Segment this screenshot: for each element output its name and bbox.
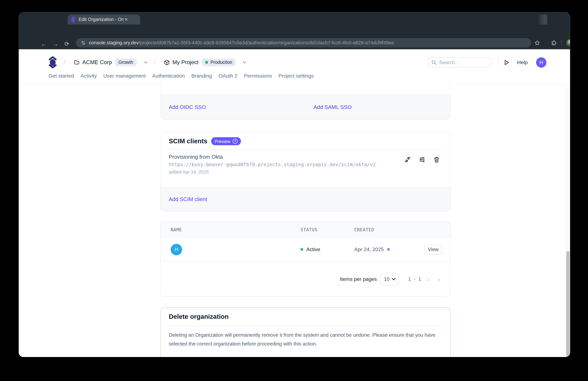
- scim-client-row: Provisioning from Okta https://busy-beav…: [161, 149, 450, 175]
- created-date: Apr 24, 2025: [354, 247, 384, 252]
- package-icon: [164, 60, 169, 65]
- project-name: My Project: [172, 59, 199, 65]
- delete-organization-description: Deleting an Organization will permanentl…: [161, 326, 450, 348]
- project-nav: Get started Activity User management Aut…: [48, 73, 314, 79]
- sso-card: Add OIDC SSO Add SAML SSO: [160, 81, 451, 120]
- workspace-switcher[interactable]: ACME Corp Growth: [74, 59, 148, 66]
- status-text: Active: [306, 247, 320, 252]
- scim-client-name: Provisioning from Okta: [169, 154, 442, 160]
- status-dot: [301, 248, 303, 251]
- chevron-down-icon: [243, 61, 247, 64]
- search-input[interactable]: [428, 57, 491, 67]
- app-header: / ACME Corp Growth /: [19, 49, 570, 85]
- column-status: STATUS: [301, 227, 354, 232]
- table-header: NAME STATUS CREATED: [161, 222, 450, 238]
- toolbar-divider: [561, 39, 562, 46]
- info-icon[interactable]: ?: [232, 139, 237, 144]
- chevron-down-icon: [392, 278, 396, 280]
- organization-table-card: NAME STATUS CREATED H Active Apr 24, 202…: [160, 221, 451, 297]
- workspace-name: ACME Corp: [83, 59, 112, 65]
- workspace-plan-badge: Growth: [115, 59, 136, 66]
- scim-client-added-date: added Apr 24, 2025: [169, 169, 442, 175]
- back-icon[interactable]: ←: [41, 40, 47, 47]
- chevron-down-icon: [144, 61, 148, 64]
- nav-project-settings[interactable]: Project settings: [278, 73, 314, 79]
- add-scim-client-link[interactable]: Add SCIM client: [169, 196, 207, 202]
- help-link[interactable]: Help: [517, 60, 528, 65]
- nav-oauth2[interactable]: OAuth 2: [218, 73, 237, 79]
- items-per-page-select[interactable]: 10: [381, 273, 399, 285]
- ory-console-app: / ACME Corp Growth /: [19, 49, 570, 357]
- url-host: console.staging.ory.dev: [89, 40, 139, 45]
- browser-window: Edit Organization - Ory Console ✕ + ⌄ ← …: [19, 12, 570, 357]
- items-per-page-label: Items per pages: [340, 276, 377, 282]
- ory-logo[interactable]: [48, 56, 58, 68]
- page-range: 1 - 1: [408, 276, 422, 282]
- created-indicator-dot: [387, 248, 390, 251]
- delete-organization-title: Delete organization: [161, 308, 450, 321]
- row-avatar: H: [171, 244, 182, 255]
- address-bar[interactable]: console.staging.ory.dev/projects/d087b7a…: [76, 38, 531, 47]
- preview-badge: Preview ?: [211, 137, 241, 145]
- screen: Edit Organization - Ory Console ✕ + ⌄ ← …: [0, 0, 588, 381]
- site-info-icon[interactable]: [81, 40, 86, 45]
- scrollbar-track[interactable]: [566, 86, 570, 357]
- add-saml-sso-link[interactable]: Add SAML SSO: [314, 104, 352, 110]
- scim-clients-title: SCIM clients: [169, 137, 207, 145]
- reload-icon[interactable]: ⟳: [64, 40, 69, 47]
- nav-branding[interactable]: Branding: [191, 73, 212, 79]
- scim-clients-card: SCIM clients Preview ? Provisioning from…: [160, 132, 451, 211]
- add-oidc-sso-link[interactable]: Add OIDC SSO: [169, 104, 206, 110]
- delete-organization-card: Delete organization Deleting an Organiza…: [160, 307, 451, 357]
- configure-sliders-icon[interactable]: [419, 156, 425, 163]
- pagination: Items per pages 10 1 - 1 ‹ ›: [161, 261, 450, 296]
- sso-card-footer: Add OIDC SSO Add SAML SSO: [161, 94, 450, 119]
- next-page-icon[interactable]: ›: [434, 276, 444, 282]
- scim-client-url: https://busy-beaver-gqwvd0fb79.projects.…: [169, 162, 442, 167]
- nav-user-management[interactable]: User management: [103, 73, 146, 79]
- browser-profile-avatar[interactable]: [566, 39, 570, 47]
- tab-title-fade: [537, 15, 547, 24]
- tab-title: Edit Organization - Ory Console: [79, 17, 124, 22]
- scrollbar-thumb[interactable]: [566, 251, 570, 357]
- breadcrumb-separator: /: [154, 59, 155, 66]
- url-path: /projects/d087b7a1-55f3-440c-a3c9-929564…: [139, 40, 394, 45]
- folder-icon: [74, 60, 79, 65]
- close-tab-icon[interactable]: ✕: [125, 17, 128, 22]
- test-connection-icon[interactable]: [404, 156, 411, 163]
- bookmark-star-icon[interactable]: [534, 40, 540, 46]
- play-icon[interactable]: [504, 60, 509, 65]
- nav-permissions[interactable]: Permissions: [244, 73, 272, 79]
- previous-page-icon[interactable]: ‹: [423, 276, 434, 282]
- extensions-icon[interactable]: [551, 40, 557, 46]
- search-icon: [432, 60, 437, 65]
- browser-toolbar: ← → ⟳ console.staging.ory.dev/projects/d…: [19, 24, 570, 49]
- nav-activity[interactable]: Activity: [81, 73, 97, 79]
- nav-get-started[interactable]: Get started: [48, 73, 74, 79]
- trash-icon[interactable]: [433, 156, 440, 163]
- forward-icon[interactable]: →: [53, 40, 59, 47]
- environment-badge: Production: [202, 59, 236, 66]
- page-content: Add OIDC SSO Add SAML SSO SCIM clients P…: [19, 85, 570, 357]
- search-box: [428, 57, 491, 67]
- project-switcher[interactable]: My Project Production: [164, 59, 247, 66]
- table-row[interactable]: H Active Apr 24, 2025 View: [161, 238, 450, 261]
- browser-tab[interactable]: Edit Organization - Ory Console ✕: [68, 15, 140, 24]
- breadcrumb-separator: /: [64, 59, 65, 66]
- column-name: NAME: [171, 227, 300, 232]
- view-button[interactable]: View: [424, 245, 442, 254]
- header-divider: [498, 58, 498, 67]
- environment-status-dot: [205, 61, 208, 64]
- ory-favicon: [71, 17, 76, 22]
- column-created: CREATED: [354, 227, 450, 232]
- user-avatar[interactable]: H: [536, 57, 546, 67]
- scim-card-footer: Add SCIM client: [161, 187, 450, 211]
- nav-authentication[interactable]: Authentication: [152, 73, 185, 79]
